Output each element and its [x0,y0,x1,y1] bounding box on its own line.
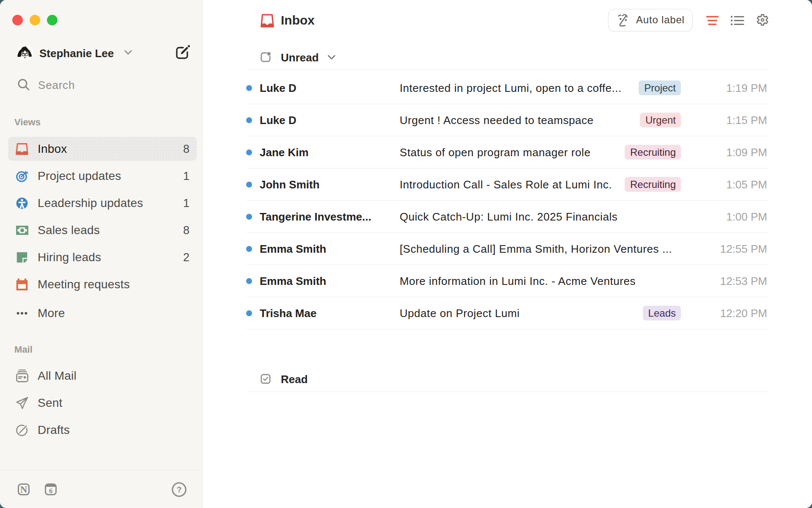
svg-text:6: 6 [49,487,52,495]
svg-text:?: ? [177,485,182,494]
